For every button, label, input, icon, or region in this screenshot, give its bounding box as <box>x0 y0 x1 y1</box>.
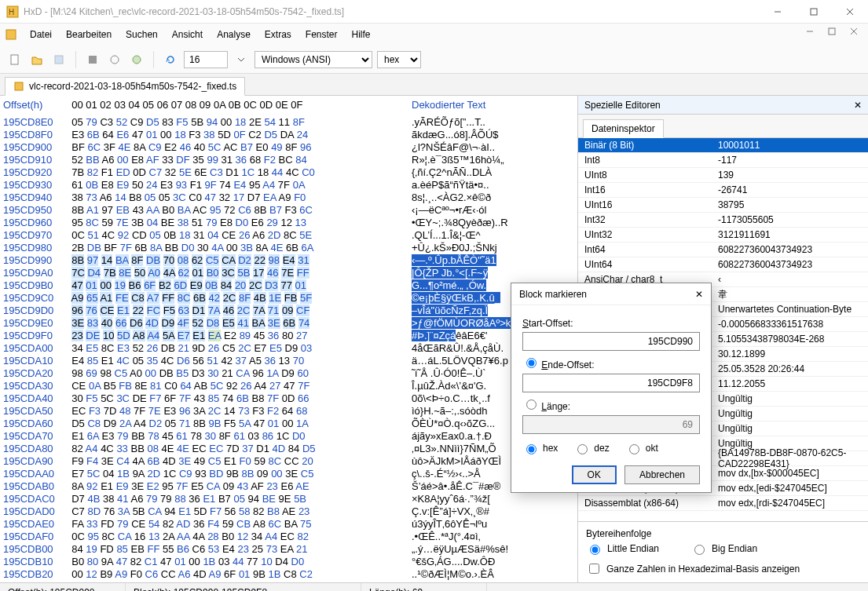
block-select-dialog: Block markieren ✕ Start-Offset: Ende-Off… <box>511 283 712 493</box>
inspector-row[interactable]: Disassemblat (x86-64)mov edx,[rdi-$24704… <box>578 496 868 511</box>
inspector-row[interactable]: UInt1638795 <box>578 198 868 213</box>
little-endian-radio[interactable]: Little Endian <box>586 542 659 555</box>
svg-text:H: H <box>9 8 14 16</box>
charset-select[interactable]: Windows (ANSI) <box>255 51 372 68</box>
app-icon: H <box>6 5 19 18</box>
end-offset-radio[interactable]: Ende-Offset: <box>522 359 595 370</box>
menu-fenster[interactable]: Fenster <box>299 26 344 43</box>
svg-point-14 <box>111 56 119 64</box>
bytes-per-row-input[interactable] <box>184 51 228 68</box>
status-bar: Offset(h): 195CD990 Block(h): 195CD990-1… <box>0 582 868 591</box>
file-tab-icon <box>13 81 24 92</box>
tab-strip: vlc-record-2021-03-18-05h54m50s-7542-_fi… <box>0 74 868 96</box>
refresh-icon[interactable] <box>162 51 179 68</box>
inspector-row[interactable]: Int32-1173055605 <box>578 213 868 228</box>
hex-int-checkbox[interactable]: Ganze Zahlen in Hexadezimal-Basis anzeig… <box>586 561 860 576</box>
dialog-close-icon[interactable]: ✕ <box>695 289 703 300</box>
start-offset-input[interactable] <box>522 332 700 351</box>
menu-suchen[interactable]: Suchen <box>119 26 164 43</box>
bpr-dropdown-icon[interactable] <box>233 51 250 68</box>
end-offset-input[interactable] <box>522 374 700 392</box>
menu-extras[interactable]: Extras <box>258 26 298 43</box>
inspector-tab[interactable]: Dateninspektor <box>583 119 664 138</box>
svg-rect-6 <box>6 30 16 39</box>
inspector-row[interactable]: UInt8139 <box>578 168 868 183</box>
svg-rect-13 <box>89 56 97 64</box>
close-button[interactable] <box>832 0 868 24</box>
base-hex-radio[interactable]: hex <box>522 442 558 454</box>
big-endian-radio[interactable]: Big Endian <box>690 542 757 555</box>
toolbar: Windows (ANSI) hex <box>0 46 868 74</box>
dialog-title: Block markieren <box>519 289 587 300</box>
save-icon[interactable] <box>50 51 68 68</box>
byte-order-panel: Bytereihenfolge Little Endian Big Endian… <box>578 521 868 582</box>
menu-hilfe[interactable]: Hilfe <box>346 26 377 43</box>
menu-bearbeiten[interactable]: Bearbeiten <box>60 26 118 43</box>
status-block: Block(h): 195CD990-195CD9F8 <box>126 583 361 591</box>
mdi-close-icon[interactable] <box>849 27 865 42</box>
menu-ansicht[interactable]: Ansicht <box>166 26 209 43</box>
maximize-button[interactable] <box>796 0 832 24</box>
menu-bar: Datei Bearbeiten Suchen Ansicht Analyse … <box>0 24 868 46</box>
title-bar: H HxD - [M:\24 Kitchen\_rec\vlc-record-2… <box>0 0 868 24</box>
svg-rect-8 <box>829 28 835 35</box>
base-dez-radio[interactable]: dez <box>573 442 609 454</box>
minimize-button[interactable] <box>760 0 796 24</box>
length-radio[interactable]: Länge: <box>522 401 570 412</box>
inspector-row[interactable]: Int64608227360043734923 <box>578 243 868 257</box>
window-title: HxD - [M:\24 Kitchen\_rec\vlc-record-202… <box>24 6 760 17</box>
menu-analyse[interactable]: Analyse <box>211 26 257 43</box>
svg-rect-16 <box>15 82 23 90</box>
cancel-button[interactable]: Abbrechen <box>624 465 700 484</box>
mdi-minimize-icon[interactable] <box>805 27 821 42</box>
open-file-icon[interactable] <box>28 51 46 68</box>
menu-datei[interactable]: Datei <box>24 26 58 43</box>
file-tab-label: vlc-record-2021-03-18-05h54m50s-7542-_fi… <box>29 81 236 92</box>
start-offset-label: Start-Offset: <box>522 318 700 329</box>
base-okt-radio[interactable]: okt <box>625 442 658 454</box>
inspector-row[interactable]: Binär (8 Bit)10001011 <box>578 138 868 153</box>
inspector-row[interactable]: UInt323121911691 <box>578 228 868 243</box>
new-file-icon[interactable] <box>6 51 24 68</box>
inspector-row[interactable]: UInt64608227360043734923 <box>578 257 868 272</box>
app-menu-icon[interactable] <box>3 27 19 42</box>
svg-rect-11 <box>11 55 18 64</box>
inspector-title: Spezielle Editoren <box>584 100 661 111</box>
byteorder-label: Bytereihenfolge <box>586 528 860 539</box>
svg-rect-3 <box>811 9 817 15</box>
ok-button[interactable]: OK <box>572 465 617 484</box>
svg-rect-12 <box>55 56 63 64</box>
mdi-restore-icon[interactable] <box>827 27 843 42</box>
file-tab[interactable]: vlc-record-2021-03-18-05h54m50s-7542-_fi… <box>5 77 245 96</box>
tool-icon-2[interactable] <box>106 51 123 68</box>
base-select[interactable]: hex <box>377 51 421 68</box>
inspector-close-icon[interactable]: ✕ <box>854 100 862 111</box>
inspector-row[interactable]: Int8-117 <box>578 153 868 168</box>
status-length: Länge(h): 69 <box>361 583 487 591</box>
inspector-row[interactable]: Int16-26741 <box>578 183 868 198</box>
tool-icon-1[interactable] <box>84 51 101 68</box>
hex-editor[interactable]: Offset(h) 00 01 02 03 04 05 06 07 08 09 … <box>0 96 577 582</box>
svg-point-15 <box>133 56 141 64</box>
tool-icon-3[interactable] <box>128 51 145 68</box>
length-input <box>522 415 700 434</box>
status-offset: Offset(h): 195CD990 <box>0 583 126 591</box>
